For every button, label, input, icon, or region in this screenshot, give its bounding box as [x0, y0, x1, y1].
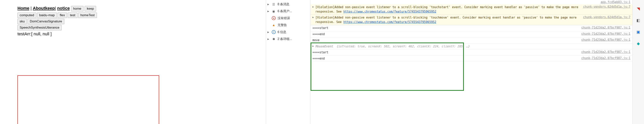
expand-icon: ▶: [268, 10, 270, 12]
top-source-link: app.fcd5eb03.js:1: [310, 0, 632, 4]
button-row-2: computed baidu-map flex test homeTest: [18, 12, 150, 18]
log-entry: ====start chunk-71d23da2.07bcf987.js:1: [310, 50, 632, 56]
console-output: app.fcd5eb03.js:1 ▶ [Violation]Added non…: [310, 0, 632, 124]
filter-info[interactable]: ▶ i 6 信息: [266, 29, 310, 36]
filter-label: 没有错误: [278, 16, 290, 20]
record-icon[interactable]: ◥: [636, 6, 641, 12]
hometest-button[interactable]: homeTest: [78, 12, 97, 18]
chromestatus-link[interactable]: https://www.chromestatus.com/feature/574…: [343, 20, 436, 24]
tool-icon[interactable]: ▣: [636, 29, 641, 35]
log-entry: ====end chunk-71d23da2.07bcf987.js:1: [310, 31, 632, 37]
error-icon: ×: [272, 16, 276, 20]
log-text: ====end: [312, 57, 325, 61]
test-arr-text: testArr:[ null, null ]: [18, 31, 150, 37]
button-row-3: sku DomCanvasSignature: [18, 19, 150, 24]
tool-icon[interactable]: ◆: [636, 41, 641, 46]
filter-users[interactable]: ▶ ◉ 6 条用户...: [266, 8, 310, 15]
chromestatus-link[interactable]: https://www.chromestatus.com/feature/574…: [343, 10, 436, 13]
separator: |: [29, 6, 33, 11]
expand-icon[interactable]: ▶: [312, 15, 314, 18]
flex-button[interactable]: flex: [58, 12, 67, 18]
console-filter-sidebar: ▶ ☰ 8 条消息 ▶ ◉ 6 条用户... × 没有错误 ▲ 无警告 ▶ i …: [266, 0, 310, 124]
tool-icon[interactable]: ◧: [636, 17, 641, 23]
expand-icon: ▶: [268, 38, 270, 40]
violation-entry: ▶ [Violation]Added non-passive event lis…: [310, 4, 632, 15]
filter-messages[interactable]: ▶ ☰ 8 条消息: [266, 1, 310, 8]
separator: |: [55, 6, 57, 11]
list-icon: ☰: [272, 2, 276, 6]
domcanvas-button[interactable]: DomCanvasSignature: [28, 19, 64, 24]
log-entry: move chunk-71d23da2.07bcf987.js:1: [310, 37, 632, 44]
log-message: [Violation]Added non-passive event liste…: [316, 5, 579, 14]
sku-button[interactable]: sku: [18, 19, 27, 24]
source-link[interactable]: chunk-71d23da2.07bcf987.js:1: [578, 38, 630, 42]
filter-label: 无警告: [278, 23, 287, 27]
log-entry: ====start chunk-71d23da2.07bcf987.js:1: [310, 25, 632, 31]
devtools-sidebar-icons: ◥ ◧ ▣ ◆: [632, 0, 644, 124]
baidu-map-button[interactable]: baidu-map: [37, 12, 57, 18]
violation-entry: ▶ [Violation]Added non-passive event lis…: [310, 15, 632, 25]
verbose-icon: ✱: [272, 37, 276, 41]
mouseevent-entry: ▶ MouseEvent {isTrusted: true, screenX: …: [310, 44, 632, 50]
source-link[interactable]: chunk-71d23da2.07bcf987.js:1: [578, 26, 630, 29]
nav-home-link[interactable]: Home: [18, 6, 29, 11]
user-icon: ◉: [272, 9, 276, 13]
nav-about-link[interactable]: Aboutkeep: [33, 6, 55, 11]
filter-errors[interactable]: × 没有错误: [266, 15, 310, 22]
log-text: move: [312, 38, 320, 43]
source-link[interactable]: chunk-vendors.624d5d1a.js:7: [579, 5, 630, 8]
home-button[interactable]: home: [71, 6, 84, 11]
speechsynthesis-button[interactable]: SpeechSynthesisUtterance: [18, 25, 62, 30]
log-text: ====start: [312, 26, 328, 30]
filter-warnings[interactable]: ▲ 无警告: [266, 22, 310, 29]
empty-panel: [167, 0, 266, 124]
nav-area: Home | Aboutkeep| notice home keep compu…: [18, 6, 150, 37]
nav-links: Home | Aboutkeep| notice home keep: [18, 6, 150, 11]
expand-icon: ▶: [268, 31, 270, 33]
filter-label: 6 信息: [278, 30, 286, 34]
test-button[interactable]: test: [68, 12, 77, 18]
log-entry: ====end chunk-71d23da2.07bcf987.js:1: [310, 56, 632, 62]
expand-icon[interactable]: ▶: [312, 44, 314, 47]
info-icon: i: [272, 30, 276, 34]
filter-label: 8 条消息: [278, 2, 290, 6]
source-link[interactable]: chunk-71d23da2.07bcf987.js:1: [578, 32, 630, 36]
expand-icon: ▶: [268, 3, 270, 5]
log-text: ====end: [312, 32, 325, 37]
log-text: MouseEvent {isTrusted: true, screenX: 50…: [316, 44, 470, 49]
filter-label: 2 条详细...: [278, 37, 292, 41]
warning-icon: ▲: [272, 23, 276, 27]
source-link[interactable]: chunk-vendors.624d5d1a.js:7: [579, 15, 630, 19]
source-link[interactable]: app.fcd5eb03.js:1: [600, 0, 630, 4]
filter-verbose[interactable]: ▶ ✱ 2 条详细...: [266, 36, 310, 43]
button-row-4: SpeechSynthesisUtterance: [18, 25, 150, 30]
computed-button[interactable]: computed: [18, 12, 36, 18]
expand-icon[interactable]: ▶: [312, 5, 314, 8]
log-text: ====start: [312, 50, 328, 55]
source-link[interactable]: chunk-71d23da2.07bcf987.js:1: [578, 57, 630, 60]
canvas-area[interactable]: [18, 75, 159, 124]
filter-label: 6 条用户...: [278, 9, 292, 13]
source-link[interactable]: chunk-71d23da2.07bcf987.js:1: [578, 50, 630, 54]
keep-button[interactable]: keep: [84, 6, 96, 11]
log-message: [Violation]Added non-passive event liste…: [316, 15, 579, 24]
nav-notice-link[interactable]: notice: [57, 6, 70, 11]
app-preview-panel: Home | Aboutkeep| notice home keep compu…: [0, 0, 167, 124]
